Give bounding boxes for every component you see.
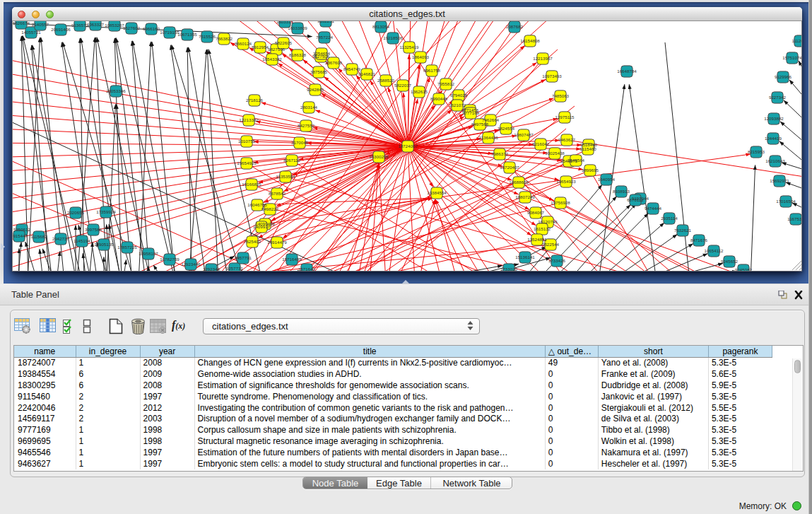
svg-text:12213967: 12213967 xyxy=(533,56,553,61)
svg-text:19218506: 19218506 xyxy=(383,35,403,40)
svg-text:6794028: 6794028 xyxy=(450,93,468,98)
svg-text:10973493: 10973493 xyxy=(542,74,562,78)
svg-text:1167533: 1167533 xyxy=(787,216,802,221)
svg-text:2718126: 2718126 xyxy=(246,98,264,103)
svg-text:1112045: 1112045 xyxy=(792,38,802,43)
svg-text:7955812: 7955812 xyxy=(437,81,455,86)
svg-text:8912954: 8912954 xyxy=(252,45,269,49)
svg-text:19756928: 19756928 xyxy=(551,200,570,205)
svg-text:1621072: 1621072 xyxy=(449,103,466,107)
svg-text:7625402: 7625402 xyxy=(244,239,261,244)
svg-text:17857225: 17857225 xyxy=(117,245,137,250)
svg-text:1244419: 1244419 xyxy=(765,136,782,141)
svg-text:2367608: 2367608 xyxy=(325,60,343,65)
svg-text:10719155: 10719155 xyxy=(160,30,180,35)
svg-text:6497568: 6497568 xyxy=(471,122,489,127)
svg-text:3997586: 3997586 xyxy=(85,227,102,232)
svg-text:2522544: 2522544 xyxy=(542,242,560,247)
svg-text:12093882: 12093882 xyxy=(764,116,784,121)
svg-text:21364436: 21364436 xyxy=(478,135,498,140)
svg-text:16543382: 16543382 xyxy=(262,57,282,62)
svg-text:15720407: 15720407 xyxy=(500,165,519,170)
svg-text:18807249: 18807249 xyxy=(515,194,535,199)
svg-text:1615132: 1615132 xyxy=(534,226,551,231)
svg-text:20691406: 20691406 xyxy=(51,27,71,32)
svg-text:1603313: 1603313 xyxy=(276,21,294,24)
svg-text:10654112: 10654112 xyxy=(704,248,724,253)
svg-text:2087682: 2087682 xyxy=(506,24,524,29)
svg-text:8813054: 8813054 xyxy=(372,24,390,29)
svg-text:9162231: 9162231 xyxy=(317,21,335,23)
svg-text:5822037: 5822037 xyxy=(394,83,412,88)
svg-text:16033809: 16033809 xyxy=(288,25,307,30)
svg-text:6966160: 6966160 xyxy=(143,26,160,31)
svg-text:25300295: 25300295 xyxy=(369,154,389,159)
svg-text:8938913: 8938913 xyxy=(613,189,630,194)
svg-text:5498222: 5498222 xyxy=(261,206,279,211)
svg-text:10688609: 10688609 xyxy=(509,180,529,185)
svg-text:2140557: 2140557 xyxy=(32,22,49,27)
svg-text:8267110: 8267110 xyxy=(283,158,300,163)
svg-text:6216042: 6216042 xyxy=(532,141,550,146)
svg-text:15136141: 15136141 xyxy=(515,255,535,259)
svg-text:2935114: 2935114 xyxy=(661,216,678,221)
svg-text:12905135: 12905135 xyxy=(94,242,114,247)
svg-text:16782759: 16782759 xyxy=(160,257,180,262)
svg-text:1733020: 1733020 xyxy=(500,267,518,271)
svg-text:9777169: 9777169 xyxy=(462,110,480,115)
svg-text:9245652: 9245652 xyxy=(721,259,739,264)
svg-text:2942737: 2942737 xyxy=(52,236,70,241)
svg-text:15716485: 15716485 xyxy=(282,257,302,262)
svg-text:1063327: 1063327 xyxy=(87,22,105,27)
svg-text:8678542: 8678542 xyxy=(269,191,286,196)
svg-text:10853267: 10853267 xyxy=(105,23,124,28)
svg-text:7632621: 7632621 xyxy=(674,228,692,233)
svg-text:1527602: 1527602 xyxy=(123,25,141,30)
svg-text:9242845: 9242845 xyxy=(307,87,324,92)
svg-text:11353594: 11353594 xyxy=(276,174,295,179)
svg-text:10025438: 10025438 xyxy=(545,151,565,156)
svg-text:16154808: 16154808 xyxy=(520,38,540,43)
svg-text:2549564: 2549564 xyxy=(567,158,585,163)
svg-text:1254654: 1254654 xyxy=(313,51,331,56)
svg-text:10958107: 10958107 xyxy=(139,251,158,256)
svg-text:5822605: 5822605 xyxy=(275,40,293,45)
svg-text:9257731: 9257731 xyxy=(226,266,244,271)
svg-text:11325419: 11325419 xyxy=(399,45,419,49)
svg-text:12213382: 12213382 xyxy=(239,117,259,122)
svg-text:6870112: 6870112 xyxy=(627,197,644,202)
svg-text:2588520: 2588520 xyxy=(377,78,395,83)
svg-text:16648784: 16648784 xyxy=(617,69,637,74)
svg-text:3824554: 3824554 xyxy=(498,126,515,131)
svg-text:1626674: 1626674 xyxy=(13,21,30,25)
svg-text:9457791: 9457791 xyxy=(235,255,252,260)
svg-text:13524851: 13524851 xyxy=(527,237,547,242)
svg-text:12923446: 12923446 xyxy=(181,262,201,267)
svg-text:7485063: 7485063 xyxy=(552,93,570,98)
svg-text:1571640: 1571640 xyxy=(298,267,316,271)
svg-text:1115682: 1115682 xyxy=(30,234,47,239)
svg-text:19654925: 19654925 xyxy=(237,160,257,165)
svg-text:9899695: 9899695 xyxy=(582,168,599,173)
svg-text:28053346: 28053346 xyxy=(106,88,126,93)
svg-text:2020655: 2020655 xyxy=(67,210,85,215)
svg-text:7857224: 7857224 xyxy=(316,35,334,40)
svg-text:8471676: 8471676 xyxy=(690,238,708,243)
svg-text:3915447: 3915447 xyxy=(13,233,28,238)
svg-text:10671355: 10671355 xyxy=(177,32,197,37)
svg-text:9136572: 9136572 xyxy=(71,23,89,28)
svg-text:1145194: 1145194 xyxy=(73,238,90,243)
svg-text:1640954: 1640954 xyxy=(598,177,616,182)
svg-text:7663822: 7663822 xyxy=(216,36,233,41)
svg-text:15692971: 15692971 xyxy=(770,178,789,183)
svg-text:8454749: 8454749 xyxy=(343,66,361,71)
svg-text:19166825: 19166825 xyxy=(242,182,261,187)
svg-text:9129966: 9129966 xyxy=(775,74,792,79)
svg-text:9146821: 9146821 xyxy=(358,71,376,76)
svg-text:9245082: 9245082 xyxy=(735,267,753,271)
svg-text:14055721: 14055721 xyxy=(21,30,41,35)
svg-text:17016504: 17016504 xyxy=(776,199,796,204)
svg-text:7986372: 7986372 xyxy=(491,151,509,156)
svg-text:12975115: 12975115 xyxy=(555,115,575,119)
svg-text:19384554: 19384554 xyxy=(427,190,447,195)
